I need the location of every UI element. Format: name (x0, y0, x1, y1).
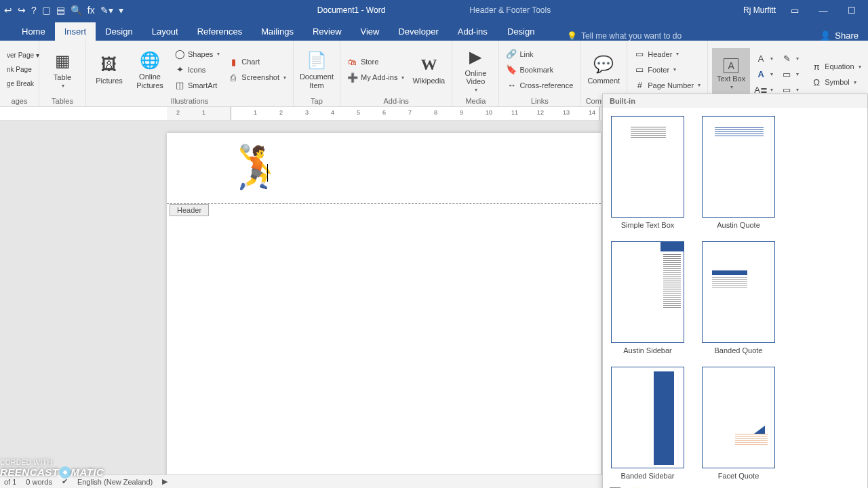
page-indicator[interactable]: of 1 (4, 478, 16, 486)
minimize-button[interactable]: — (814, 5, 833, 16)
gallery-item-austin-sidebar[interactable]: Austin Sidebar (611, 241, 684, 354)
header-region[interactable]: 🤾 (167, 133, 601, 204)
group-tap: 📄Document Item Tap (294, 41, 340, 106)
ruler-tick: 6 (382, 109, 386, 116)
group-label: Tap (298, 97, 336, 106)
cover-page-button[interactable]: ver Page ▾ (4, 49, 42, 62)
wikipedia-button[interactable]: WWikipedia (410, 43, 448, 96)
qat-btn[interactable]: ▤ (56, 5, 65, 16)
text-box-button[interactable]: AText Box (712, 48, 750, 101)
online-video-button[interactable]: ▶Online Video (456, 43, 494, 96)
date-button[interactable]: ✎ (778, 52, 802, 66)
tab-review[interactable]: Review (303, 22, 351, 41)
more-text-boxes-option[interactable]: ▦More Text Boxes from Office.com (603, 484, 867, 488)
share-button[interactable]: 👤Share (820, 30, 859, 41)
smartart-icon: ◫ (174, 80, 185, 91)
textbox-icon: A (724, 58, 738, 73)
online-picture-icon: 🌐 (139, 49, 161, 71)
contextual-tool-title: Header & Footer Tools (469, 5, 551, 15)
chart-button[interactable]: ▮Chart (225, 54, 289, 69)
tell-me-search[interactable]: 💡Tell me what you want to do (567, 31, 682, 41)
qat-more-icon[interactable]: ▾ (119, 5, 123, 16)
redo-icon[interactable]: ↪ (18, 5, 26, 16)
ruler-tick: 14 (589, 109, 595, 116)
dropcap-button[interactable]: A (753, 52, 776, 66)
group-media: ▶Online Video Media (452, 41, 499, 106)
shapes-button[interactable]: ◯Shapes (172, 47, 222, 62)
document-item-button[interactable]: 📄Document Item (298, 43, 336, 96)
group-label: Links (503, 97, 576, 106)
icons-icon: ✦ (174, 64, 185, 75)
document-title: Document1 - Word (317, 5, 385, 15)
qat-btn[interactable]: ✎▾ (100, 5, 113, 16)
header-button[interactable]: ▭Header (631, 47, 703, 62)
text-box-gallery: Built-in Simple Text Box Austin Quote Au… (602, 94, 868, 488)
link-button[interactable]: 🔗Link (503, 47, 576, 62)
pagenum-icon: # (634, 80, 645, 91)
table-button[interactable]: ▦Table (43, 43, 81, 96)
header-graphic[interactable]: 🤾 (231, 142, 283, 192)
macro-icon[interactable]: ▶ (162, 477, 167, 486)
find-icon[interactable]: 🔍 (71, 5, 82, 16)
language-indicator[interactable]: English (New Zealand) (77, 478, 153, 486)
maximize-button[interactable]: ☐ (842, 5, 861, 16)
tab-layout[interactable]: Layout (142, 22, 188, 41)
smartart-button[interactable]: ◫SmartArt (172, 78, 222, 93)
equation-button[interactable]: πEquation (808, 59, 863, 74)
wordart-icon: A (755, 69, 766, 80)
comment-button[interactable]: 💬Comment (585, 43, 623, 96)
object-button[interactable]: ▭ (778, 67, 802, 82)
tab-insert[interactable]: Insert (55, 22, 96, 41)
gallery-item-banded-sidebar[interactable]: Banded Sidebar (611, 367, 684, 480)
gallery-item-facet-quote[interactable]: Facet Quote (702, 367, 775, 480)
tab-mailings[interactable]: Mailings (252, 22, 303, 41)
page-number-button[interactable]: #Page Number (631, 78, 703, 93)
table-icon: ▦ (52, 50, 73, 72)
pictures-button[interactable]: 🖼Pictures (90, 43, 128, 96)
tab-design[interactable]: Design (96, 22, 142, 41)
footer-button[interactable]: ▭Footer (631, 62, 703, 77)
page-break-button[interactable]: ge Break (4, 77, 42, 91)
title-bar: ↩ ↪ ? ▢ ▤ 🔍 fx ✎▾ ▾ Document1 - Word Hea… (0, 0, 868, 20)
screenshot-button[interactable]: ⎙Screenshot (225, 70, 289, 85)
tab-home[interactable]: Home (12, 22, 55, 41)
ruler-tick: 4 (331, 109, 334, 116)
blank-page-button[interactable]: nk Page (4, 63, 42, 77)
tab-view[interactable]: View (351, 22, 389, 41)
undo-icon[interactable]: ↩ (4, 5, 12, 16)
ruler-tick: 12 (537, 109, 544, 116)
tab-references[interactable]: References (188, 22, 252, 41)
object-icon: ▭ (781, 69, 792, 80)
word-count[interactable]: 0 words (26, 478, 52, 486)
header-label-tag: Header (170, 204, 209, 216)
tab-addins[interactable]: Add-ins (448, 22, 497, 41)
gallery-item-austin-quote[interactable]: Austin Quote (702, 116, 775, 229)
screenshot-icon: ⎙ (228, 72, 239, 83)
help-icon[interactable]: ? (31, 5, 37, 16)
bookmark-button[interactable]: 🔖Bookmark (503, 62, 576, 77)
online-pictures-button[interactable]: 🌐Online Pictures (131, 43, 169, 96)
ribbon-tabs: Home Insert Design Layout References Mai… (0, 20, 868, 41)
addins-icon: ➕ (347, 72, 358, 83)
page[interactable]: 🤾 Header (167, 133, 601, 474)
formula-icon[interactable]: fx (87, 5, 95, 16)
gallery-item-banded-quote[interactable]: Banded Quote (702, 241, 775, 354)
symbol-button[interactable]: ΩSymbol (808, 75, 863, 89)
tab-hf-design[interactable]: Design (495, 22, 547, 41)
account-name[interactable]: Rj Murfitt (743, 5, 776, 15)
group-label: ages (4, 97, 35, 106)
shapes-icon: ◯ (174, 49, 185, 60)
xref-icon: ↔ (506, 80, 517, 91)
wordart-button[interactable]: A (753, 67, 776, 82)
ribbon-display-icon[interactable]: ▭ (785, 5, 804, 16)
cross-reference-button[interactable]: ↔Cross-reference (503, 78, 576, 93)
my-addins-button[interactable]: ➕My Add-ins (344, 70, 407, 85)
dropcap-icon: A (755, 54, 766, 64)
gallery-item-simple-text-box[interactable]: Simple Text Box (611, 116, 684, 229)
tab-developer[interactable]: Developer (389, 22, 448, 41)
icons-button[interactable]: ✦Icons (172, 62, 222, 77)
store-button[interactable]: 🛍Store (344, 54, 407, 69)
symbol-icon: Ω (811, 77, 822, 87)
qat-btn[interactable]: ▢ (42, 5, 51, 16)
ruler-tick: 8 (434, 109, 437, 116)
